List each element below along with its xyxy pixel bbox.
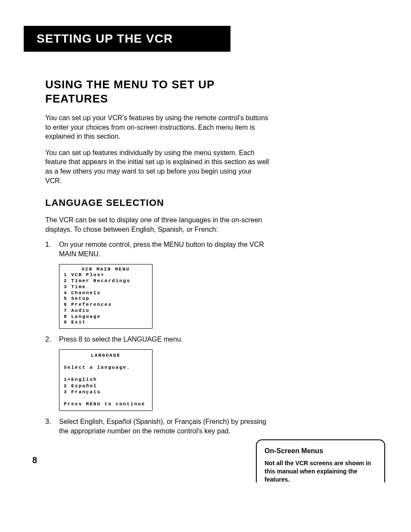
lang-menu-option: 3 Français [64, 389, 148, 395]
chapter-title: Setting Up the VCR [37, 32, 173, 45]
menu-item: 3 Time [64, 284, 148, 290]
manual-page: Setting Up the VCR Using the Menu to Set… [0, 0, 411, 482]
step-1-number: 1. [45, 240, 59, 258]
page-number: 8 [32, 455, 37, 465]
section-heading: Using the Menu to Set Up Features [45, 78, 269, 106]
lang-menu-option: 2 Español [64, 383, 148, 389]
menu-item: 4 Channels [64, 290, 148, 296]
language-menu-screen: LANGUAGE Select a language. 1>English 2 … [59, 349, 153, 411]
chapter-title-bar: Setting Up the VCR [24, 26, 230, 52]
on-screen-menus-note: On-Screen Menus Not all the VCR screens … [256, 439, 385, 482]
note-title: On-Screen Menus [265, 447, 377, 455]
note-body: Not all the VCR screens are shown in thi… [265, 459, 377, 482]
menu-item: 8 Language [64, 314, 148, 320]
blank-line [64, 395, 148, 401]
menu-item: 7 Audio [64, 308, 148, 314]
lang-menu-option: 1>English [64, 376, 148, 383]
step-1-text: On your remote control, press the MENU b… [59, 240, 269, 258]
content-column: Using the Menu to Set Up Features You ca… [45, 78, 269, 436]
blank-line [64, 358, 148, 364]
language-selection-heading: Language Selection [45, 197, 269, 208]
step-1: 1. On your remote control, press the MEN… [45, 240, 269, 258]
language-intro-text: The VCR can be set to display one of thr… [45, 215, 269, 234]
intro-paragraph-2: You can set up features individually by … [45, 148, 269, 185]
lang-menu-title: LANGUAGE [64, 352, 148, 359]
lang-menu-prompt: Select a language. [64, 364, 148, 371]
vcr-main-menu-screen: VCR MAIN MENU 1 VCR Plus+ 2 Timer Record… [59, 264, 153, 329]
menu-title: VCR MAIN MENU [64, 267, 148, 273]
intro-paragraph-1: You can set up your VCR's features by us… [45, 113, 269, 141]
lang-menu-footer: Press MENU to continue [64, 401, 148, 408]
step-2-text: Press 8 to select the LANGUAGE menu. [59, 335, 269, 344]
step-2-number: 2. [45, 335, 59, 344]
menu-item: 1 VCR Plus+ [64, 272, 148, 278]
menu-item: 0 Exit [64, 320, 148, 326]
step-3-number: 3. [45, 417, 59, 436]
blank-line [64, 371, 148, 376]
menu-item: 6 Preferences [64, 302, 148, 308]
step-2: 2. Press 8 to select the LANGUAGE menu. [45, 335, 269, 344]
menu-item: 2 Timer Recordings [64, 278, 148, 284]
step-3-text: Select English, Español (Spanish), or Fr… [59, 417, 269, 436]
step-3: 3. Select English, Español (Spanish), or… [45, 417, 269, 436]
menu-item: 5 Setup [64, 296, 148, 302]
